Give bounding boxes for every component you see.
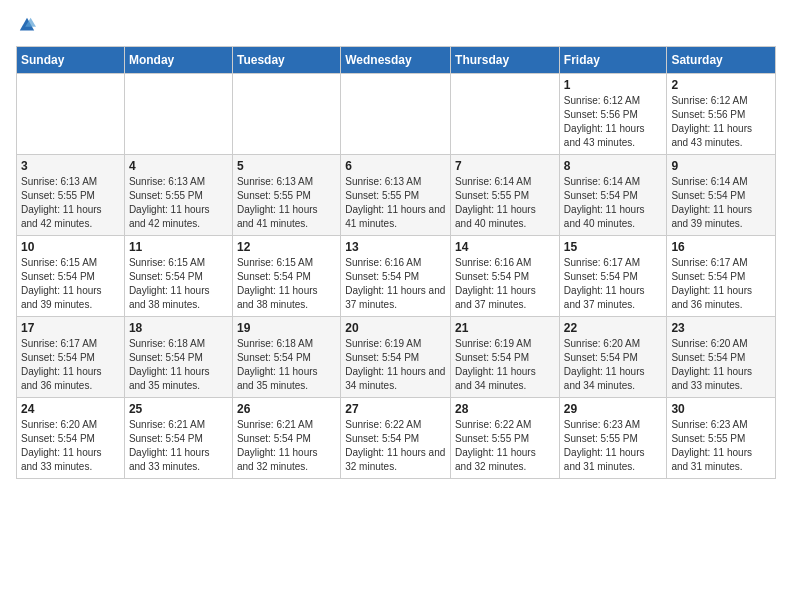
day-info: Sunrise: 6:12 AM Sunset: 5:56 PM Dayligh… [564, 94, 663, 150]
calendar-header-saturday: Saturday [667, 47, 776, 74]
calendar-header-monday: Monday [124, 47, 232, 74]
day-number: 20 [345, 321, 446, 335]
day-number: 9 [671, 159, 771, 173]
day-info: Sunrise: 6:13 AM Sunset: 5:55 PM Dayligh… [21, 175, 120, 231]
day-number: 4 [129, 159, 228, 173]
day-number: 11 [129, 240, 228, 254]
day-info: Sunrise: 6:17 AM Sunset: 5:54 PM Dayligh… [671, 256, 771, 312]
day-number: 27 [345, 402, 446, 416]
day-number: 13 [345, 240, 446, 254]
calendar-cell: 27Sunrise: 6:22 AM Sunset: 5:54 PM Dayli… [341, 398, 451, 479]
calendar-cell: 26Sunrise: 6:21 AM Sunset: 5:54 PM Dayli… [232, 398, 340, 479]
day-info: Sunrise: 6:21 AM Sunset: 5:54 PM Dayligh… [237, 418, 336, 474]
calendar-header-tuesday: Tuesday [232, 47, 340, 74]
day-info: Sunrise: 6:12 AM Sunset: 5:56 PM Dayligh… [671, 94, 771, 150]
calendar-header-thursday: Thursday [451, 47, 560, 74]
day-number: 25 [129, 402, 228, 416]
day-info: Sunrise: 6:18 AM Sunset: 5:54 PM Dayligh… [237, 337, 336, 393]
day-info: Sunrise: 6:23 AM Sunset: 5:55 PM Dayligh… [671, 418, 771, 474]
day-number: 8 [564, 159, 663, 173]
calendar-cell: 29Sunrise: 6:23 AM Sunset: 5:55 PM Dayli… [559, 398, 667, 479]
calendar-cell: 20Sunrise: 6:19 AM Sunset: 5:54 PM Dayli… [341, 317, 451, 398]
calendar-cell: 25Sunrise: 6:21 AM Sunset: 5:54 PM Dayli… [124, 398, 232, 479]
day-number: 23 [671, 321, 771, 335]
calendar-header-sunday: Sunday [17, 47, 125, 74]
day-info: Sunrise: 6:17 AM Sunset: 5:54 PM Dayligh… [21, 337, 120, 393]
calendar-cell [124, 74, 232, 155]
day-info: Sunrise: 6:23 AM Sunset: 5:55 PM Dayligh… [564, 418, 663, 474]
calendar-cell: 12Sunrise: 6:15 AM Sunset: 5:54 PM Dayli… [232, 236, 340, 317]
calendar-header-wednesday: Wednesday [341, 47, 451, 74]
calendar-header-row: SundayMondayTuesdayWednesdayThursdayFrid… [17, 47, 776, 74]
logo-icon [18, 16, 36, 34]
day-info: Sunrise: 6:13 AM Sunset: 5:55 PM Dayligh… [237, 175, 336, 231]
calendar-cell: 2Sunrise: 6:12 AM Sunset: 5:56 PM Daylig… [667, 74, 776, 155]
day-number: 10 [21, 240, 120, 254]
day-number: 12 [237, 240, 336, 254]
calendar-cell: 8Sunrise: 6:14 AM Sunset: 5:54 PM Daylig… [559, 155, 667, 236]
day-info: Sunrise: 6:15 AM Sunset: 5:54 PM Dayligh… [129, 256, 228, 312]
calendar-cell: 23Sunrise: 6:20 AM Sunset: 5:54 PM Dayli… [667, 317, 776, 398]
calendar-cell: 11Sunrise: 6:15 AM Sunset: 5:54 PM Dayli… [124, 236, 232, 317]
day-info: Sunrise: 6:15 AM Sunset: 5:54 PM Dayligh… [237, 256, 336, 312]
day-info: Sunrise: 6:22 AM Sunset: 5:55 PM Dayligh… [455, 418, 555, 474]
calendar-cell: 21Sunrise: 6:19 AM Sunset: 5:54 PM Dayli… [451, 317, 560, 398]
calendar-week-3: 10Sunrise: 6:15 AM Sunset: 5:54 PM Dayli… [17, 236, 776, 317]
logo [16, 16, 36, 34]
day-number: 28 [455, 402, 555, 416]
calendar-cell: 19Sunrise: 6:18 AM Sunset: 5:54 PM Dayli… [232, 317, 340, 398]
calendar-cell: 18Sunrise: 6:18 AM Sunset: 5:54 PM Dayli… [124, 317, 232, 398]
calendar-cell: 6Sunrise: 6:13 AM Sunset: 5:55 PM Daylig… [341, 155, 451, 236]
day-info: Sunrise: 6:19 AM Sunset: 5:54 PM Dayligh… [455, 337, 555, 393]
day-info: Sunrise: 6:13 AM Sunset: 5:55 PM Dayligh… [345, 175, 446, 231]
day-number: 3 [21, 159, 120, 173]
day-info: Sunrise: 6:21 AM Sunset: 5:54 PM Dayligh… [129, 418, 228, 474]
day-number: 24 [21, 402, 120, 416]
day-number: 5 [237, 159, 336, 173]
day-info: Sunrise: 6:19 AM Sunset: 5:54 PM Dayligh… [345, 337, 446, 393]
day-number: 22 [564, 321, 663, 335]
day-number: 15 [564, 240, 663, 254]
calendar-cell: 16Sunrise: 6:17 AM Sunset: 5:54 PM Dayli… [667, 236, 776, 317]
calendar-cell: 1Sunrise: 6:12 AM Sunset: 5:56 PM Daylig… [559, 74, 667, 155]
calendar-cell [451, 74, 560, 155]
day-number: 26 [237, 402, 336, 416]
header [16, 16, 776, 34]
calendar-header-friday: Friday [559, 47, 667, 74]
calendar-cell [232, 74, 340, 155]
day-info: Sunrise: 6:18 AM Sunset: 5:54 PM Dayligh… [129, 337, 228, 393]
day-number: 7 [455, 159, 555, 173]
day-number: 6 [345, 159, 446, 173]
day-info: Sunrise: 6:20 AM Sunset: 5:54 PM Dayligh… [671, 337, 771, 393]
day-info: Sunrise: 6:22 AM Sunset: 5:54 PM Dayligh… [345, 418, 446, 474]
day-number: 19 [237, 321, 336, 335]
day-info: Sunrise: 6:20 AM Sunset: 5:54 PM Dayligh… [21, 418, 120, 474]
calendar-week-4: 17Sunrise: 6:17 AM Sunset: 5:54 PM Dayli… [17, 317, 776, 398]
calendar-cell: 13Sunrise: 6:16 AM Sunset: 5:54 PM Dayli… [341, 236, 451, 317]
calendar-cell [17, 74, 125, 155]
day-number: 29 [564, 402, 663, 416]
day-number: 16 [671, 240, 771, 254]
day-info: Sunrise: 6:15 AM Sunset: 5:54 PM Dayligh… [21, 256, 120, 312]
calendar-cell [341, 74, 451, 155]
calendar-week-1: 1Sunrise: 6:12 AM Sunset: 5:56 PM Daylig… [17, 74, 776, 155]
calendar-cell: 30Sunrise: 6:23 AM Sunset: 5:55 PM Dayli… [667, 398, 776, 479]
calendar-cell: 3Sunrise: 6:13 AM Sunset: 5:55 PM Daylig… [17, 155, 125, 236]
day-info: Sunrise: 6:16 AM Sunset: 5:54 PM Dayligh… [345, 256, 446, 312]
day-number: 21 [455, 321, 555, 335]
calendar-week-5: 24Sunrise: 6:20 AM Sunset: 5:54 PM Dayli… [17, 398, 776, 479]
day-info: Sunrise: 6:14 AM Sunset: 5:54 PM Dayligh… [564, 175, 663, 231]
calendar-cell: 14Sunrise: 6:16 AM Sunset: 5:54 PM Dayli… [451, 236, 560, 317]
calendar-week-2: 3Sunrise: 6:13 AM Sunset: 5:55 PM Daylig… [17, 155, 776, 236]
calendar-cell: 4Sunrise: 6:13 AM Sunset: 5:55 PM Daylig… [124, 155, 232, 236]
day-number: 18 [129, 321, 228, 335]
day-info: Sunrise: 6:17 AM Sunset: 5:54 PM Dayligh… [564, 256, 663, 312]
calendar-cell: 15Sunrise: 6:17 AM Sunset: 5:54 PM Dayli… [559, 236, 667, 317]
day-info: Sunrise: 6:13 AM Sunset: 5:55 PM Dayligh… [129, 175, 228, 231]
day-number: 30 [671, 402, 771, 416]
day-info: Sunrise: 6:14 AM Sunset: 5:55 PM Dayligh… [455, 175, 555, 231]
day-number: 17 [21, 321, 120, 335]
calendar-cell: 7Sunrise: 6:14 AM Sunset: 5:55 PM Daylig… [451, 155, 560, 236]
day-info: Sunrise: 6:16 AM Sunset: 5:54 PM Dayligh… [455, 256, 555, 312]
calendar-cell: 5Sunrise: 6:13 AM Sunset: 5:55 PM Daylig… [232, 155, 340, 236]
